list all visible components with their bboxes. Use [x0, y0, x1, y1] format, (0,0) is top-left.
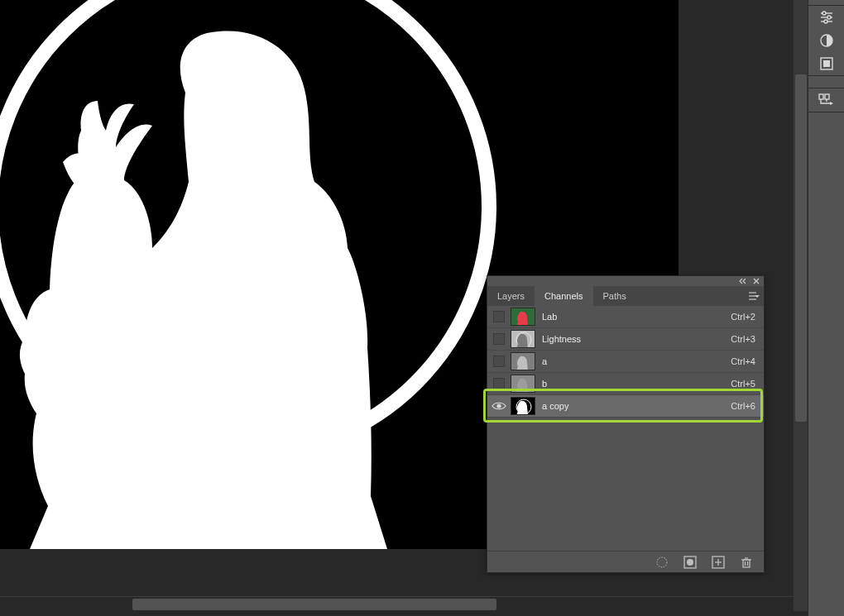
- panel-close-icon[interactable]: [752, 277, 760, 285]
- panel-menu-icon[interactable]: [747, 289, 760, 303]
- tab-paths[interactable]: Paths: [593, 286, 636, 306]
- panel-footer: [487, 551, 764, 572]
- channel-name: Lightness: [542, 334, 731, 344]
- channel-shortcut: Ctrl+4: [731, 356, 755, 366]
- channel-list: LabCtrl+2LightnessCtrl+3aCtrl+4bCtrl+5a …: [487, 306, 764, 551]
- visibility-empty-box: [493, 378, 505, 389]
- channel-visibility-toggle[interactable]: [487, 306, 511, 328]
- horizontal-scrollbar-thumb[interactable]: [132, 599, 496, 610]
- channel-shortcut: Ctrl+3: [731, 334, 755, 344]
- delete-channel-icon[interactable]: [739, 555, 754, 570]
- steps-icon[interactable]: [808, 88, 844, 112]
- channel-name: a copy: [542, 401, 731, 411]
- contrast-icon[interactable]: [808, 29, 844, 52]
- channel-visibility-toggle[interactable]: [487, 395, 511, 418]
- mask-icon[interactable]: [808, 52, 844, 75]
- eye-icon: [492, 401, 506, 411]
- channel-row[interactable]: a copyCtrl+6: [487, 395, 764, 418]
- visibility-empty-box: [493, 311, 505, 322]
- channel-thumbnail: [511, 397, 535, 415]
- panel-collapse-icon[interactable]: [739, 277, 747, 285]
- svg-rect-8: [823, 60, 830, 67]
- new-channel-icon[interactable]: [711, 555, 726, 570]
- channel-thumbnail: [511, 308, 535, 326]
- channel-row[interactable]: bCtrl+5: [487, 373, 764, 395]
- channel-shortcut: Ctrl+5: [731, 379, 755, 389]
- channel-thumbnail: [511, 352, 535, 370]
- channel-visibility-toggle[interactable]: [487, 373, 511, 395]
- svg-point-1: [822, 12, 826, 15]
- visibility-empty-box: [493, 356, 505, 367]
- horizontal-scrollbar[interactable]: [0, 596, 808, 611]
- channel-row[interactable]: LabCtrl+2: [487, 306, 764, 328]
- channel-row[interactable]: LightnessCtrl+3: [487, 328, 764, 351]
- channel-row[interactable]: aCtrl+4: [487, 351, 764, 373]
- right-dock: [808, 0, 844, 616]
- svg-point-24: [687, 559, 693, 566]
- save-selection-as-channel-icon[interactable]: [683, 555, 698, 570]
- load-selection-icon[interactable]: [655, 555, 669, 570]
- panel-tabs: Layers Channels Paths: [487, 286, 764, 306]
- channel-thumbnail: [511, 330, 535, 348]
- adjustments-icon[interactable]: [808, 6, 844, 29]
- vertical-scrollbar[interactable]: [793, 0, 808, 611]
- channel-name: a: [542, 356, 731, 366]
- svg-point-5: [824, 20, 827, 23]
- channel-thumbnail: [511, 375, 535, 393]
- channel-visibility-toggle[interactable]: [487, 328, 511, 351]
- visibility-empty-box: [493, 333, 505, 345]
- vertical-scrollbar-thumb[interactable]: [795, 74, 807, 422]
- svg-point-22: [657, 557, 667, 567]
- svg-point-3: [827, 16, 831, 19]
- channel-name: Lab: [542, 312, 731, 322]
- svg-rect-10: [825, 94, 829, 99]
- tab-label: Channels: [544, 291, 583, 301]
- tab-channels[interactable]: Channels: [535, 286, 592, 306]
- channels-panel: Layers Channels Paths LabCtrl+2Lightness…: [487, 275, 765, 573]
- svg-rect-28: [743, 560, 750, 567]
- channel-visibility-toggle[interactable]: [487, 351, 511, 373]
- svg-rect-9: [819, 94, 823, 99]
- channel-shortcut: Ctrl+6: [731, 401, 755, 411]
- tab-layers[interactable]: Layers: [487, 286, 535, 306]
- channel-name: b: [542, 379, 731, 389]
- tab-label: Paths: [603, 291, 626, 301]
- svg-point-19: [496, 404, 501, 408]
- tab-label: Layers: [497, 291, 525, 301]
- panel-header: [487, 276, 764, 286]
- channel-shortcut: Ctrl+2: [731, 312, 755, 322]
